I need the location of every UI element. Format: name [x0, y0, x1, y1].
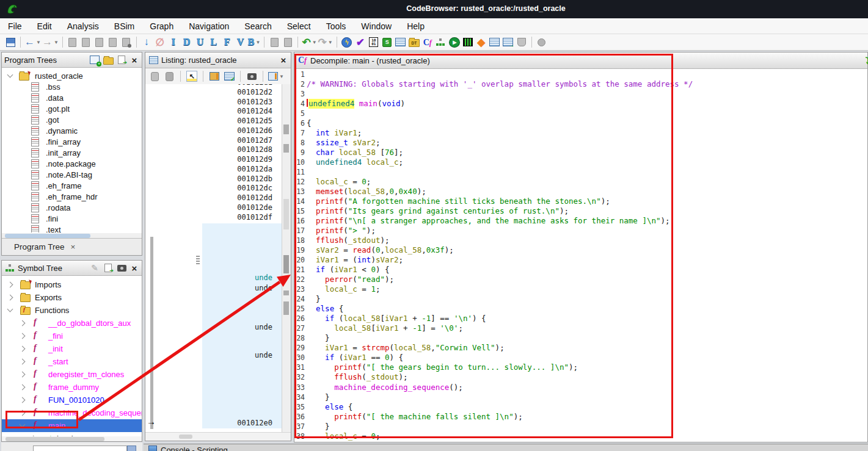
clear-flow-icon[interactable]: ∅	[154, 35, 166, 49]
tree-item-text[interactable]: .text	[2, 223, 140, 233]
menu-graph[interactable]: Graph	[150, 21, 173, 31]
letter-l-icon[interactable]: L	[208, 35, 220, 49]
back-icon[interactable]: ←▼	[24, 35, 41, 49]
menu-select[interactable]: Select	[287, 21, 311, 31]
menu-navigation[interactable]: Navigation	[189, 21, 229, 31]
letter-v-icon[interactable]: V	[235, 35, 247, 49]
decompile-code[interactable]: 12/* WARNING: Globals starting with '_' …	[296, 70, 867, 442]
re-decompile-icon[interactable]: ⤵	[866, 56, 868, 66]
pulldown-icon[interactable]: ↓	[140, 35, 153, 49]
letter-f-icon[interactable]: F	[221, 35, 233, 49]
tree-item-got[interactable]: .got	[2, 114, 140, 126]
diamond-icon[interactable]: ◆	[475, 35, 487, 49]
tree-item-rodata[interactable]: .rodata	[2, 201, 140, 214]
audio-icon[interactable]	[536, 35, 548, 49]
filter-settings-icon[interactable]	[127, 446, 136, 451]
copy-icon[interactable]	[148, 70, 161, 83]
listing-hscrollbar[interactable]	[145, 432, 291, 441]
run-script-icon[interactable]: ▶	[448, 35, 461, 49]
tree-item-eh_frame[interactable]: .eh_frame	[2, 179, 140, 192]
tree-item-root[interactable]: rusted_oracle	[2, 70, 140, 82]
expand-fields-icon[interactable]	[208, 70, 221, 83]
tree-item-fini_array[interactable]: .fini_array	[2, 135, 140, 148]
decompile-header[interactable]: Cf Decompile: main - (rusted_oracle) ⤵	[294, 52, 867, 69]
tree-item-dynamic[interactable]: .dynamic	[2, 124, 140, 137]
letter-b-icon[interactable]: B▼	[248, 35, 261, 49]
validate-icon[interactable]: ✔	[354, 35, 367, 49]
menu-help[interactable]: Help	[407, 21, 425, 31]
patch-up-icon[interactable]	[80, 35, 92, 49]
memory-map-icon[interactable]	[462, 35, 474, 49]
tree-item-noteABI-tag[interactable]: .note.ABI-tag	[2, 168, 140, 181]
open-folder-icon[interactable]	[103, 54, 114, 65]
listing-header[interactable]: Listing: rusted_oracle ×	[145, 52, 291, 68]
menu-analysis[interactable]: Analysis	[67, 21, 99, 31]
program-trees-header[interactable]: Program Trees ×	[2, 52, 142, 68]
paste-icon[interactable]	[163, 70, 175, 83]
symbol-item-_start[interactable]: f_start	[2, 355, 142, 368]
tree-item-notepackage[interactable]: .note.package	[2, 157, 140, 170]
merge-back-icon[interactable]	[268, 35, 280, 49]
letter-u-icon[interactable]: U	[194, 35, 206, 49]
patch-instruction-icon[interactable]	[93, 35, 106, 49]
symbol-tree-header[interactable]: Symbol Tree ✎ ×	[2, 261, 142, 276]
bytes-viewer-icon[interactable]: 1001	[368, 35, 380, 49]
decompiler-icon[interactable]: Cf	[421, 35, 434, 49]
menu-file[interactable]: File	[8, 21, 22, 31]
menu-bsim[interactable]: BSim	[114, 21, 134, 31]
patch-bytes-icon[interactable]	[67, 35, 79, 49]
edit-symbol-icon[interactable]: ✎	[89, 262, 100, 273]
symbol-item-__do_global_dtors_aux[interactable]: f__do_global_dtors_aux	[2, 317, 142, 330]
listing-snapshot-icon[interactable]	[246, 70, 258, 83]
tree-item-bss[interactable]: .bss	[2, 81, 140, 93]
save-icon[interactable]	[4, 35, 16, 49]
symbol-filter-input[interactable]	[33, 446, 127, 451]
menu-tools[interactable]: Tools	[326, 21, 346, 31]
menu-search[interactable]: Search	[244, 21, 271, 31]
listing-vscrollbar[interactable]	[282, 84, 291, 432]
letter-i-icon[interactable]: I	[167, 35, 180, 49]
splitter-handle[interactable]	[196, 256, 200, 265]
symbol-item-exports[interactable]: Exports	[2, 291, 142, 304]
datatype-manager-icon[interactable]: DT	[408, 35, 420, 49]
undo-icon[interactable]: ↶▼	[302, 35, 316, 49]
cursor-mode-icon[interactable]: ↖	[186, 70, 198, 83]
edit-fields-icon[interactable]: ▼	[268, 70, 284, 83]
tree-item-gotplt[interactable]: .got.plt	[2, 103, 140, 115]
tree-item-eh_frame_hdr[interactable]: .eh_frame_hdr	[2, 190, 140, 203]
close-program-trees-icon[interactable]: ×	[129, 55, 139, 65]
tree-item-fini[interactable]: .fini	[2, 212, 140, 225]
symbol-item-local_c[interactable]: L◆local_c	[2, 432, 142, 436]
navigate-globe-icon[interactable]: ϟ	[341, 35, 353, 49]
symbol-item-functions[interactable]: fFunctions	[2, 304, 142, 317]
tree-item-data[interactable]: .data	[2, 92, 140, 104]
tree-item-init_array[interactable]: .init_array	[2, 146, 140, 159]
redo-icon[interactable]: ↷▼	[318, 35, 333, 49]
symbol-tree-hscrollbar[interactable]	[2, 436, 142, 441]
menu-window[interactable]: Window	[361, 21, 392, 31]
symbol-item-deregister_tm_clones[interactable]: fderegister_tm_clones	[2, 368, 142, 381]
symbol-item-frame_dummy[interactable]: fframe_dummy	[2, 381, 142, 394]
snapshot-icon[interactable]	[116, 262, 127, 273]
symbol-item-fun_00101020[interactable]: fFUN_00101020	[2, 394, 142, 406]
listing-body[interactable]: 001012d1001012d2001012d3001012d4001012d5…	[145, 84, 291, 432]
function-graph-icon[interactable]	[435, 35, 447, 49]
merge-forward-icon[interactable]	[282, 35, 294, 49]
new-tree-icon[interactable]	[89, 54, 100, 65]
letter-d-icon[interactable]: D	[181, 35, 193, 49]
tables-icon[interactable]	[489, 35, 501, 49]
close-symbol-tree-icon[interactable]: ×	[129, 263, 139, 273]
table-export-icon[interactable]: →	[502, 35, 514, 49]
snapshot-doc-icon[interactable]	[120, 35, 133, 49]
script-manager-icon[interactable]: S	[381, 35, 393, 49]
close-listing-icon[interactable]: ×	[279, 55, 288, 65]
diff-view-icon[interactable]: ✓	[223, 70, 235, 83]
symbol-item-imports[interactable]: Imports	[2, 278, 142, 291]
program-tree-tab[interactable]: Program Tree ×	[2, 238, 142, 255]
console-panel[interactable]: Console - Scripting	[144, 444, 868, 451]
symbol-item-main[interactable]: fmain	[2, 419, 142, 432]
symbol-item-_fini[interactable]: f_fini	[2, 330, 142, 342]
listing-view-icon[interactable]	[395, 35, 407, 49]
symbol-item-machine_decoding_sequence[interactable]: fmachine_decoding_sequence	[2, 406, 142, 419]
program-tree-tab-close-icon[interactable]: ×	[71, 242, 76, 251]
